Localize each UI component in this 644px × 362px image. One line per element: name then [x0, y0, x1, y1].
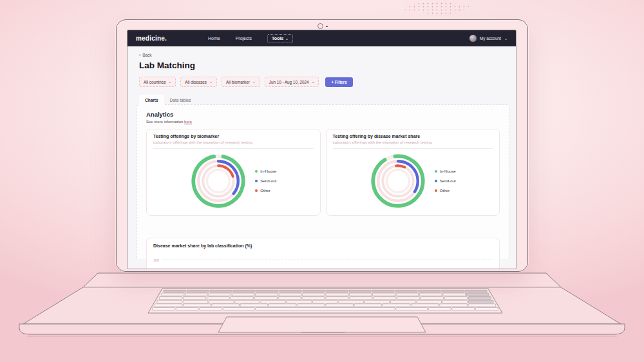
tab-bar: Charts Data tables — [139, 95, 504, 105]
legend-label: In-House — [260, 169, 276, 173]
legend-label: In-House — [440, 169, 456, 173]
filter-date-range-label: Jun 10 - Aug 10, 2024 — [269, 80, 309, 84]
filter-diseases[interactable]: All diseases ⌄ — [180, 77, 217, 87]
scene: { "navbar": { "logo": "medicine.", "item… — [0, 0, 644, 362]
chevron-down-icon: ⌄ — [504, 37, 507, 41]
dashed-gridline — [162, 260, 493, 260]
filter-diseases-label: All diseases — [185, 80, 207, 84]
legend-item: Other — [435, 188, 456, 193]
card-title: Testing offering by disease market share — [333, 134, 493, 138]
legend-dot-icon — [255, 170, 258, 173]
legend-dot-icon — [255, 189, 258, 192]
avatar — [469, 35, 477, 42]
card-subtitle: Laboratory offerings with the exception … — [153, 140, 314, 144]
tab-data-tables[interactable]: Data tables — [164, 95, 197, 105]
legend-label: Send-out — [260, 178, 276, 183]
legend-dot-icon — [435, 189, 437, 192]
legend-item: Send-out — [255, 178, 276, 183]
account-label: My account — [480, 36, 501, 41]
legend-item: Send-out — [435, 178, 456, 183]
nav-item-tools[interactable]: Tools ⌄ — [267, 34, 293, 43]
webcam-light-icon — [326, 26, 328, 28]
legend: In-House Send-out Other — [255, 169, 276, 193]
legend-item: In-House — [255, 169, 276, 173]
card-subtitle: Laboratory offerings with the exception … — [333, 140, 493, 144]
nav-item-tools-label: Tools — [272, 36, 283, 41]
filter-countries[interactable]: All countries ⌄ — [139, 77, 176, 87]
chart-cards-row: Testing offerings by biomarker Laborator… — [146, 129, 500, 216]
nav-item-home[interactable]: Home — [208, 36, 220, 41]
add-filters-button[interactable]: + Filters — [325, 77, 352, 87]
info-line: See more information here — [146, 120, 500, 124]
info-text: See more information — [146, 120, 183, 124]
chevron-down-icon: ⌄ — [311, 80, 314, 84]
card-title: Disease market share by lab classificati… — [153, 243, 493, 248]
y-axis-tick-label: 100 — [153, 258, 159, 262]
analytics-heading: Analytics — [146, 111, 500, 118]
analytics-panel: Analytics See more information here Test… — [137, 104, 509, 259]
legend-label: Other — [440, 188, 450, 193]
back-label: Back — [142, 53, 151, 57]
chevron-down-icon: ⌄ — [209, 80, 213, 84]
filter-biomarker[interactable]: All biomarker ⌄ — [222, 77, 260, 87]
legend-label: Send-out — [440, 178, 456, 183]
back-link[interactable]: ‹ Back — [139, 53, 504, 57]
gridline-100: 100 — [153, 258, 493, 262]
filter-date-range[interactable]: Jun 10 - Aug 10, 2024 ⌄ — [265, 77, 319, 87]
top-navbar: medicine. Home Projects Tools ⌄ My accou… — [128, 30, 516, 46]
webcam-icon — [317, 23, 323, 29]
nav-item-projects[interactable]: Projects — [236, 36, 252, 41]
filter-bar: All countries ⌄ All diseases ⌄ All bioma… — [139, 77, 504, 87]
tab-charts[interactable]: Charts — [139, 95, 164, 105]
page-title: Lab Matching — [139, 61, 504, 70]
chevron-down-icon: ⌄ — [285, 37, 289, 41]
chart-area: In-House Send-out Other — [153, 149, 314, 211]
app-window: medicine. Home Projects Tools ⌄ My accou… — [127, 30, 516, 269]
card-market-share-chart: Testing offering by disease market share… — [326, 129, 500, 216]
chart-area: In-House Send-out Other — [333, 149, 493, 211]
legend-dot-icon — [435, 180, 437, 182]
chevron-down-icon: ⌄ — [252, 80, 256, 84]
chevron-down-icon: ⌄ — [168, 80, 171, 84]
laptop-screen: medicine. Home Projects Tools ⌄ My accou… — [116, 19, 528, 272]
laptop-shadow — [27, 336, 617, 337]
legend-dot-icon — [435, 170, 437, 173]
filter-biomarker-label: All biomarker — [226, 80, 250, 84]
back-chevron-icon: ‹ — [139, 53, 140, 57]
legend-dot-icon — [255, 180, 258, 182]
info-link[interactable]: here — [184, 120, 192, 124]
legend-item: Other — [255, 188, 276, 193]
donut-chart-market-share — [370, 153, 426, 209]
card-biomarker-chart: Testing offerings by biomarker Laborator… — [146, 129, 321, 216]
legend-item: In-House — [435, 169, 456, 173]
card-title: Testing offerings by biomarker — [153, 134, 314, 138]
legend: In-House Send-out Other — [435, 169, 456, 193]
page-content: ‹ Back Lab Matching All countries ⌄ All … — [128, 46, 516, 259]
nav-menu: Home Projects Tools ⌄ — [208, 34, 293, 43]
filter-countries-label: All countries — [144, 80, 166, 84]
card-lab-classification-chart: Disease market share by lab classificati… — [146, 238, 500, 270]
legend-label: Other — [260, 188, 270, 193]
trackpad — [218, 317, 426, 332]
app-logo[interactable]: medicine. — [136, 35, 167, 42]
donut-chart-biomarker — [190, 153, 247, 209]
account-menu[interactable]: My account ⌄ — [469, 35, 507, 42]
